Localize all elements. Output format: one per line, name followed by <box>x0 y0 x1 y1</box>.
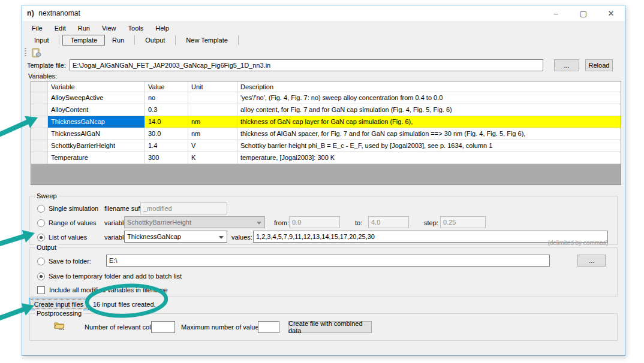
app-logo-icon: n) <box>27 9 34 17</box>
list-of-values-label: List of values <box>49 234 87 241</box>
menu-file[interactable]: File <box>26 23 49 34</box>
tab-template[interactable]: Template <box>62 35 105 46</box>
value-lines-input[interactable] <box>258 321 279 333</box>
row-selector[interactable] <box>31 104 48 116</box>
template-file-input[interactable] <box>70 59 543 71</box>
output-folder-browse-button[interactable]: ... <box>577 255 606 267</box>
cell-unit[interactable] <box>188 104 237 116</box>
table-row-selected[interactable]: ThicknessGaNcap 14.0 nm thickness of GaN… <box>31 116 621 128</box>
cell-value[interactable]: 300 <box>145 152 188 164</box>
col-description[interactable]: Description <box>237 81 621 92</box>
create-input-files-button[interactable]: Create input files <box>29 298 89 310</box>
col-variable[interactable]: Variable <box>48 81 145 92</box>
cell-unit[interactable]: K <box>188 152 237 164</box>
menu-run[interactable]: Run <box>72 23 96 34</box>
cell-value[interactable]: 14.0 <box>145 116 188 128</box>
variables-table: Variable Value Unit Description AlloySwe… <box>31 81 621 185</box>
menu-bar: File Edit Run View Tools Help <box>22 22 175 34</box>
output-group-label: Output <box>35 244 58 251</box>
template-browse-button[interactable]: ... <box>554 59 579 71</box>
list-of-values-radio[interactable] <box>37 234 45 241</box>
status-text: 16 input files created. <box>93 301 156 308</box>
cell-value[interactable]: 0.3 <box>145 104 188 116</box>
open-template-icon[interactable] <box>31 48 41 58</box>
row-selector[interactable] <box>31 152 48 164</box>
reload-button[interactable]: Reload <box>585 59 613 71</box>
single-simulation-radio[interactable] <box>37 205 45 213</box>
row-selector[interactable] <box>31 140 48 152</box>
relevant-column-input[interactable] <box>151 321 175 333</box>
output-folder-input[interactable] <box>106 255 550 267</box>
save-to-folder-label: Save to folder: <box>49 258 91 265</box>
cell-unit[interactable] <box>188 92 237 104</box>
minimize-button[interactable]: – <box>542 5 570 21</box>
cell-description[interactable]: thickness of AlGaN spacer, for Fig. 7 an… <box>237 128 621 140</box>
table-row[interactable]: ThicknessAlGaN 30.0 nm thickness of AlGa… <box>31 128 621 140</box>
row-selector[interactable] <box>31 128 48 140</box>
postprocessing-group: Postprocessing Number of relevant column… <box>29 313 618 341</box>
menu-tools[interactable]: Tools <box>122 23 150 34</box>
menu-view[interactable]: View <box>96 23 122 34</box>
tab-new-template[interactable]: New Template <box>179 35 235 45</box>
tab-separator <box>238 35 239 45</box>
cell-description[interactable]: Schottky barrier height phi_B = E_c - E_… <box>237 140 621 152</box>
cell-value[interactable]: 1.4 <box>145 140 188 152</box>
tab-output[interactable]: Output <box>138 35 172 45</box>
range-of-values-radio[interactable] <box>37 219 45 227</box>
toolbar-grip <box>25 48 26 58</box>
cell-variable[interactable]: ThicknessAlGaN <box>48 128 145 140</box>
chevron-down-icon <box>219 236 224 239</box>
create-combined-file-button[interactable]: Create file with combined data <box>288 321 372 333</box>
table-row[interactable]: AlloyContent 0.3 alloy content, for Fig.… <box>31 104 621 116</box>
cell-value[interactable]: 30.0 <box>145 128 188 140</box>
save-to-temp-radio[interactable] <box>37 273 45 280</box>
toolbar <box>22 46 41 59</box>
range-variable-value: SchottkyBarrierHeight <box>127 219 191 226</box>
cell-unit[interactable]: V <box>188 140 237 152</box>
table-row[interactable]: Temperature 300 K temperature, [Jogai200… <box>31 152 621 164</box>
chevron-down-icon <box>257 222 261 225</box>
open-folder-icon[interactable] <box>54 320 65 331</box>
tab-input[interactable]: Input <box>27 35 56 45</box>
cell-variable[interactable]: Temperature <box>48 152 145 164</box>
tab-run[interactable]: Run <box>105 35 131 45</box>
menu-edit[interactable]: Edit <box>49 23 72 34</box>
cell-variable[interactable]: AlloySweepActive <box>48 92 145 104</box>
maximize-button[interactable]: ▢ <box>570 5 597 21</box>
table-row[interactable]: SchottkyBarrierHeight 1.4 V Schottky bar… <box>31 140 621 152</box>
cell-unit[interactable]: nm <box>188 116 237 128</box>
range-variable-combo: SchottkyBarrierHeight <box>124 216 265 228</box>
postprocessing-group-label: Postprocessing <box>35 310 83 317</box>
variables-label: Variables: <box>28 72 57 80</box>
sweep-group-label: Sweep <box>35 192 59 199</box>
include-variables-checkbox[interactable] <box>37 286 45 294</box>
tab-separator <box>59 35 59 45</box>
col-unit[interactable]: Unit <box>188 81 237 92</box>
col-value[interactable]: Value <box>145 81 188 92</box>
tab-separator <box>134 35 135 45</box>
row-selector[interactable] <box>31 92 48 104</box>
cell-variable[interactable]: ThicknessGaNcap <box>48 116 145 128</box>
row-selector[interactable] <box>31 116 48 128</box>
table-row[interactable]: AlloySweepActive no 'yes'/'no', (Fig. 4,… <box>31 92 621 104</box>
title-bar: n) nextnanomat – ▢ ✕ <box>22 5 625 21</box>
values-label: values: <box>231 234 252 241</box>
close-button[interactable]: ✕ <box>597 5 625 21</box>
save-to-temp-label: Save to temporary folder and add to batc… <box>49 273 182 280</box>
tab-strip: Input Template Run Output New Template <box>22 34 242 46</box>
cell-value[interactable]: no <box>145 92 188 104</box>
from-input <box>289 216 340 228</box>
cell-description[interactable]: alloy content, for Fig. 7 and for GaN ca… <box>237 104 621 116</box>
cell-description[interactable]: 'yes'/'no', (Fig. 4, Fig. 7: no) sweep a… <box>237 92 621 104</box>
cell-variable[interactable]: AlloyContent <box>48 104 145 116</box>
cell-description[interactable]: temperature, [Jogai2003]: 300 K <box>237 152 621 164</box>
row-selector-header <box>31 81 48 92</box>
cell-unit[interactable]: nm <box>188 128 237 140</box>
list-variable-combo[interactable]: ThicknessGaNcap <box>124 231 227 243</box>
cell-variable[interactable]: SchottkyBarrierHeight <box>48 140 145 152</box>
sweep-group: Sweep Single simulation filename suffix:… <box>29 196 618 245</box>
cell-description[interactable]: thickness of GaN cap layer for GaN cap s… <box>237 116 621 128</box>
menu-help[interactable]: Help <box>149 23 175 34</box>
list-variable-value: ThicknessGaNcap <box>127 233 181 240</box>
save-to-folder-radio[interactable] <box>37 258 45 265</box>
